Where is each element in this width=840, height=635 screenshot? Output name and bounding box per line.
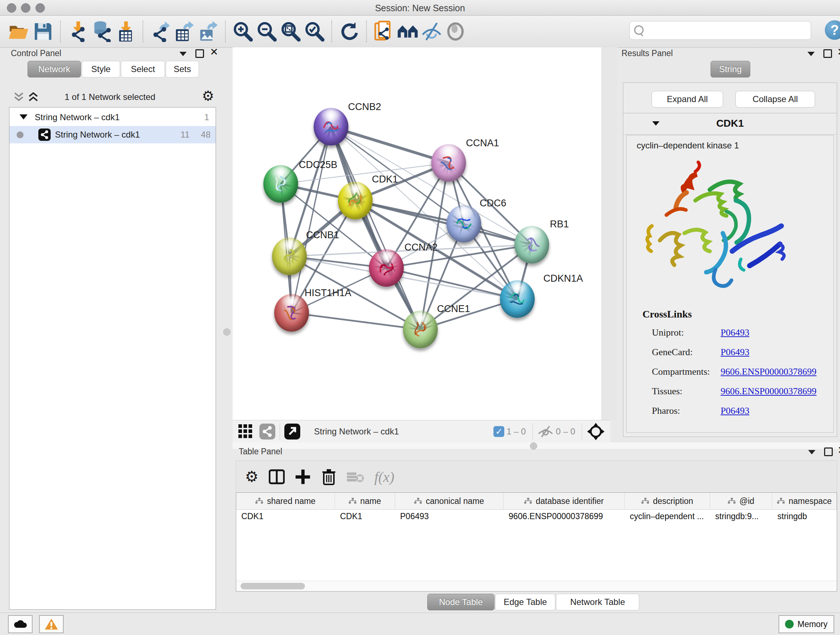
- birdseye-crosshair-icon[interactable]: [586, 422, 605, 441]
- crosslink-link[interactable]: P06493: [721, 327, 749, 338]
- cloud-status-button[interactable]: [8, 615, 33, 633]
- collection-expand-caret-icon[interactable]: [19, 114, 27, 119]
- network-collection-row[interactable]: String Network – cdk1 1: [9, 109, 216, 126]
- tab-edge-table[interactable]: Edge Table: [495, 594, 555, 610]
- network-node-HIST1H1A[interactable]: [274, 294, 309, 332]
- crosslink-row: Uniprot:P06493: [652, 327, 829, 342]
- node-protein-ribbon-image: [404, 314, 437, 345]
- scrollbar-thumb[interactable]: [240, 583, 305, 589]
- column-header-database-identifier[interactable]: database identifier: [504, 493, 625, 509]
- table-cell: cyclin–dependent ...: [625, 509, 710, 524]
- network-thumbnail-icon[interactable]: [259, 424, 275, 440]
- maximize-panel-icon[interactable]: [195, 49, 204, 58]
- network-node-CCNA2[interactable]: [369, 249, 404, 287]
- column-header-description[interactable]: description: [625, 493, 710, 509]
- maximize-panel-icon[interactable]: [824, 448, 833, 456]
- close-panel-icon[interactable]: ✕: [210, 49, 218, 56]
- crosslink-link[interactable]: P06493: [721, 405, 749, 416]
- tab-node-table[interactable]: Node Table: [427, 594, 494, 610]
- node-protein-ribbon-image: [514, 228, 549, 262]
- network-row[interactable]: String Network – cdk1 11 48: [9, 126, 216, 143]
- network-node-count: 11: [180, 130, 189, 140]
- save-session-icon[interactable]: [31, 19, 55, 43]
- export-table-icon[interactable]: [172, 19, 196, 43]
- home-icon[interactable]: [396, 19, 420, 43]
- zoom-fit-icon[interactable]: [279, 19, 302, 43]
- table-options-gear-icon[interactable]: ⚙: [245, 470, 259, 484]
- network-node-CDC25B[interactable]: [264, 165, 298, 203]
- export-network-icon[interactable]: [148, 19, 172, 43]
- close-panel-icon[interactable]: ✕: [837, 49, 840, 56]
- table-cell: CDK1: [236, 509, 335, 524]
- selected-nodes-checkbox[interactable]: ✓: [493, 426, 504, 437]
- gene-section-header[interactable]: CDK1: [623, 113, 837, 135]
- tab-style[interactable]: Style: [82, 61, 120, 78]
- add-column-icon[interactable]: [295, 469, 311, 485]
- column-header-canonical-name[interactable]: canonical name: [395, 493, 504, 509]
- float-panel-icon[interactable]: [180, 52, 187, 56]
- hide-selected-icon[interactable]: [420, 19, 444, 43]
- collection-label: String Network – cdk1: [35, 112, 120, 122]
- table-panel-title: Table Panel: [239, 447, 282, 456]
- collapse-all-label: Collapse All: [752, 94, 798, 104]
- column-header--id[interactable]: @id: [710, 493, 772, 509]
- table-cell: stringdb: [772, 509, 837, 524]
- tab-select[interactable]: Select: [121, 61, 165, 78]
- network-node-CCNB1[interactable]: [272, 238, 307, 275]
- network-node-CDKN1A[interactable]: [500, 280, 535, 318]
- network-node-CDK1[interactable]: [338, 182, 373, 219]
- open-in-window-icon[interactable]: [284, 424, 300, 440]
- delete-column-icon[interactable]: [322, 469, 336, 485]
- left-splitter-handle[interactable]: [223, 328, 231, 336]
- maximize-panel-icon[interactable]: [823, 49, 832, 58]
- tab-sets[interactable]: Sets: [166, 61, 199, 78]
- close-panel-icon[interactable]: ✕: [837, 447, 840, 454]
- table-row[interactable]: CDK1CDK1P064939606.ENSP00000378699cyclin…: [236, 509, 837, 524]
- float-panel-icon[interactable]: [808, 450, 815, 454]
- table-splitter-handle[interactable]: [530, 442, 537, 450]
- network-selection-status: 1 of 1 Network selected: [4, 92, 216, 102]
- tab-string-label: String: [719, 64, 742, 74]
- tab-network-table[interactable]: Network Table: [556, 594, 639, 610]
- expand-all-button[interactable]: Expand All: [652, 91, 723, 108]
- toolbar-icon-groups: [5, 19, 470, 43]
- import-table-icon[interactable]: [114, 19, 137, 43]
- network-canvas[interactable]: CCNB2CCNA1CDC25BCDK1CDC6RB1CCNB1CCNA2CDK…: [233, 48, 601, 420]
- search-input[interactable]: [647, 23, 808, 38]
- horizontal-scrollbar[interactable]: [236, 581, 837, 591]
- network-node-RB1[interactable]: [515, 226, 549, 264]
- horizontal-splitter[interactable]: [233, 442, 840, 449]
- snapshot-network-icon[interactable]: [372, 19, 396, 43]
- float-panel-icon[interactable]: [807, 52, 815, 56]
- toolbar-separator: [332, 21, 332, 42]
- network-node-CDC6[interactable]: [447, 205, 481, 242]
- open-session-icon[interactable]: [7, 19, 31, 43]
- warning-status-button[interactable]: [39, 615, 64, 633]
- tab-string[interactable]: String: [711, 61, 750, 78]
- column-header-name[interactable]: name: [335, 493, 395, 509]
- export-image-icon[interactable]: [196, 19, 220, 43]
- crosslink-link[interactable]: 9606.ENSP00000378699: [721, 386, 816, 397]
- network-node-CCNE1[interactable]: [403, 310, 438, 348]
- import-network-database-icon[interactable]: [90, 19, 114, 43]
- show-all-icon[interactable]: [444, 19, 467, 43]
- show-columns-icon[interactable]: [269, 469, 285, 485]
- expand-all-label: Expand All: [667, 94, 707, 104]
- collapse-all-button[interactable]: Collapse All: [736, 91, 815, 108]
- memory-button[interactable]: Memory: [778, 615, 834, 633]
- crosslink-link[interactable]: P06493: [721, 347, 749, 358]
- zoom-in-icon[interactable]: [231, 19, 255, 43]
- network-node-CCNB2[interactable]: [314, 108, 348, 146]
- crosslink-link[interactable]: 9606.ENSP00000378699: [721, 366, 816, 377]
- refresh-view-icon[interactable]: [337, 19, 361, 43]
- column-header-shared-name[interactable]: shared name: [236, 493, 335, 509]
- zoom-out-icon[interactable]: [255, 19, 279, 43]
- column-header-namespace[interactable]: namespace: [772, 493, 837, 509]
- zoom-selected-icon[interactable]: [302, 19, 326, 43]
- network-options-gear-icon[interactable]: ⚙: [202, 89, 214, 103]
- import-network-file-icon[interactable]: [66, 19, 90, 43]
- tab-network[interactable]: Network: [27, 61, 81, 78]
- grid-view-icon[interactable]: [238, 424, 254, 440]
- node-label-CCNA2: CCNA2: [404, 242, 438, 253]
- network-node-CCNA1[interactable]: [431, 144, 466, 182]
